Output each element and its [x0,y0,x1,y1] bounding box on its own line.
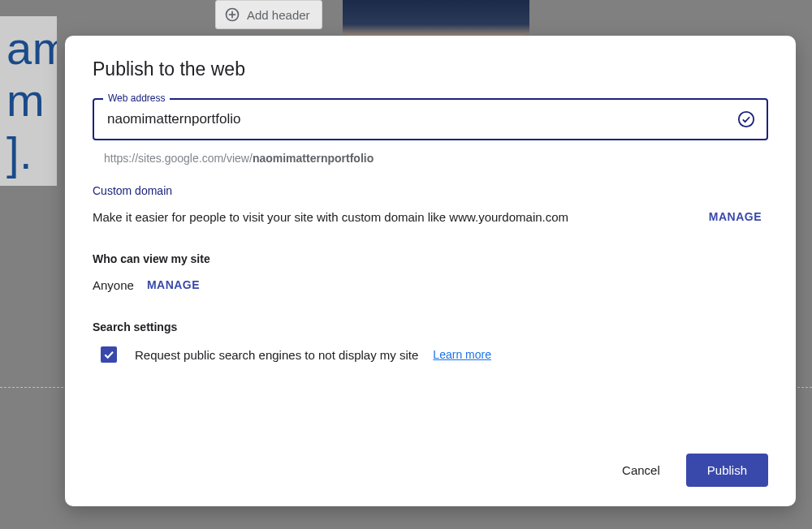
check-circle-icon [737,110,755,128]
search-checkbox[interactable] [101,346,117,363]
custom-domain-heading: Custom domain [93,184,768,197]
custom-domain-description: Make it easier for people to visit your … [93,210,568,224]
url-preview-bold: naomimatternportfolio [253,152,374,165]
plus-circle-icon [224,6,240,23]
svg-point-3 [739,112,754,127]
background-banner-image [343,0,529,41]
manage-viewers-button[interactable]: MANAGE [140,273,206,296]
publish-button[interactable]: Publish [686,454,768,487]
viewers-value: Anyone [93,278,134,292]
add-header-button[interactable]: Add header [215,0,322,29]
viewers-heading: Who can view my site [93,252,768,265]
learn-more-link[interactable]: Learn more [433,348,491,361]
search-settings-heading: Search settings [93,320,768,333]
background-text: amm]. [0,16,57,186]
url-preview-prefix: https://sites.google.com/view/ [104,152,253,165]
dialog-title: Publish to the web [93,58,768,80]
publish-dialog: Publish to the web Web address https://s… [65,36,796,506]
url-preview: https://sites.google.com/view/naomimatte… [104,152,768,165]
web-address-field[interactable]: Web address [93,98,768,140]
search-checkbox-label: Request public search engines to not dis… [135,348,418,362]
add-header-label: Add header [247,8,310,22]
cancel-button[interactable]: Cancel [611,455,672,485]
checkmark-icon [102,348,115,361]
web-address-label: Web address [103,92,170,104]
manage-domain-button[interactable]: MANAGE [702,205,768,228]
web-address-input[interactable] [107,111,724,127]
